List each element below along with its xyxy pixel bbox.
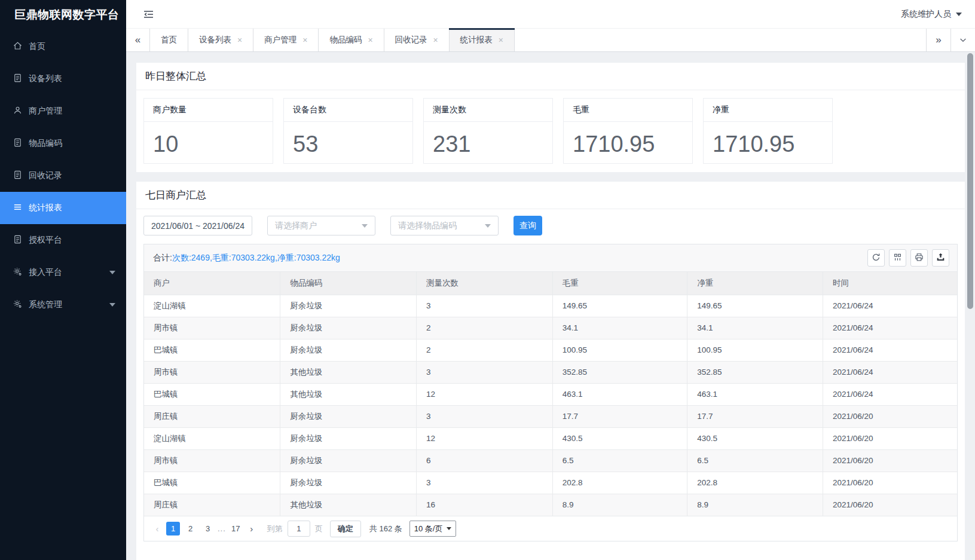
sidebar-item-statistics-active[interactable]: 统计报表 xyxy=(0,192,126,224)
cell-merchant: 淀山湖镇 xyxy=(144,427,280,449)
cell-net: 6.5 xyxy=(687,449,823,472)
select-placeholder: 请选择物品编码 xyxy=(398,221,457,231)
sidebar-item-label: 物品编码 xyxy=(29,138,62,149)
cell-gross: 17.7 xyxy=(552,405,687,427)
cell-merchant: 周市镇 xyxy=(144,449,280,472)
cell-gross: 100.95 xyxy=(552,339,687,361)
table-row: 周庄镇其他垃圾168.98.92021/06/20 xyxy=(144,494,957,516)
toolbar-buttons xyxy=(867,249,949,267)
stat-card-measure-count: 测量次数 231 xyxy=(423,98,553,164)
column-header-gross: 毛重 xyxy=(552,272,687,295)
cell-merchant: 周市镇 xyxy=(144,361,280,383)
page-button-1[interactable]: 1 xyxy=(166,522,180,535)
next-page-button[interactable]: › xyxy=(244,524,259,534)
close-icon[interactable]: × xyxy=(302,36,307,44)
pagination-bar: ‹ 1 2 3 ... 17 › 到第 页 确定 共 162 条 10 条/页 xyxy=(144,516,957,541)
close-icon[interactable]: × xyxy=(237,36,242,44)
tab-statistics-active[interactable]: 统计报表 × xyxy=(450,29,515,51)
print-button[interactable] xyxy=(910,249,928,267)
refresh-button[interactable] xyxy=(867,249,885,267)
summary-detail: 次数:2469,毛重:70303.22kg,净重:70303.22kg xyxy=(172,253,340,264)
confirm-button[interactable]: 确定 xyxy=(330,521,361,537)
stat-card-device-count: 设备台数 53 xyxy=(283,98,413,164)
tab-item-codes[interactable]: 物品编码 × xyxy=(319,29,384,51)
tab-device-list[interactable]: 设备列表 × xyxy=(188,29,253,51)
page-button-3[interactable]: 3 xyxy=(201,522,215,535)
stat-card-gross-weight: 毛重 1710.95 xyxy=(563,98,693,164)
table-row: 周市镇其他垃圾3352.85352.852021/06/24 xyxy=(144,361,957,383)
menu-fold-icon[interactable] xyxy=(143,10,154,19)
list-icon xyxy=(13,203,22,213)
user-dropdown[interactable]: 系统维护人员 xyxy=(901,9,962,20)
sidebar-item-recycle-records[interactable]: 回收记录 xyxy=(0,160,126,192)
cell-item: 厨余垃圾 xyxy=(280,339,417,361)
export-button[interactable] xyxy=(932,249,949,267)
cell-gross: 430.5 xyxy=(552,427,687,449)
sidebar-item-auth-platform[interactable]: 授权平台 xyxy=(0,224,126,256)
tab-bar-right-controls: » xyxy=(926,29,975,51)
cell-gross: 463.1 xyxy=(552,383,687,405)
scrollbar-thumb[interactable] xyxy=(967,53,973,309)
app-logo: 巨鼎物联网数字平台 xyxy=(0,0,126,29)
sidebar-item-home[interactable]: 首页 xyxy=(0,30,126,63)
sidebar: 巨鼎物联网数字平台 首页 设备列表 商户管理 物品编码 回收记录 xyxy=(0,0,126,560)
page-button-17[interactable]: 17 xyxy=(229,522,243,535)
user-icon xyxy=(13,106,22,117)
sidebar-item-device-list[interactable]: 设备列表 xyxy=(0,63,126,95)
stat-cards: 商户数量 10 设备台数 53 测量次数 231 毛重 1710.95 xyxy=(136,90,965,172)
table-toolbar: 合计: 次数:2469,毛重:70303.22kg,净重:70303.22kg xyxy=(144,244,957,272)
document-icon xyxy=(13,74,22,84)
columns-settings-button[interactable] xyxy=(889,249,906,267)
caret-down-icon xyxy=(109,303,115,307)
cell-net: 17.7 xyxy=(687,405,823,427)
merchant-report-panel: 七日商户汇总 请选择商户 请选择物品编码 查询 合计: xyxy=(136,182,965,560)
stat-value: 10 xyxy=(144,122,273,167)
cell-date: 2021/06/24 xyxy=(823,361,957,383)
cell-date: 2021/06/20 xyxy=(823,405,957,427)
caret-down-icon xyxy=(362,224,368,228)
tabs-scroll-right-button[interactable]: » xyxy=(926,29,950,51)
table-row: 巴城镇厨余垃圾3202.8202.82021/06/20 xyxy=(144,472,957,494)
caret-down-icon xyxy=(109,271,115,274)
goto-page-input[interactable] xyxy=(288,521,310,537)
date-range-input[interactable] xyxy=(143,216,252,235)
merchant-select[interactable]: 请选择商户 xyxy=(267,216,375,235)
cell-item: 厨余垃圾 xyxy=(280,472,417,494)
cell-date: 2021/06/24 xyxy=(823,383,957,405)
tab-merchants[interactable]: 商户管理 × xyxy=(253,29,319,51)
tabs-menu-button[interactable] xyxy=(950,29,975,51)
cell-gross: 6.5 xyxy=(552,449,687,472)
close-icon[interactable]: × xyxy=(433,36,438,44)
tab-label: 回收记录 xyxy=(395,35,427,45)
column-header-net: 净重 xyxy=(687,272,823,295)
tab-recycle-records[interactable]: 回收记录 × xyxy=(384,29,450,51)
table-row: 淀山湖镇厨余垃圾3149.65149.652021/06/24 xyxy=(144,295,957,317)
tab-label: 首页 xyxy=(161,35,177,45)
stat-value: 231 xyxy=(424,122,552,167)
tab-label: 商户管理 xyxy=(264,35,297,45)
stat-value: 1710.95 xyxy=(704,122,832,167)
page-button-2[interactable]: 2 xyxy=(184,522,197,535)
page-size-select[interactable]: 10 条/页 xyxy=(409,521,457,537)
stat-label: 净重 xyxy=(704,99,832,122)
search-button[interactable]: 查询 xyxy=(514,216,542,235)
sidebar-item-label: 回收记录 xyxy=(29,170,62,181)
cell-item: 厨余垃圾 xyxy=(280,405,417,427)
tab-label: 设备列表 xyxy=(199,35,231,45)
tab-home[interactable]: 首页 xyxy=(150,29,188,51)
sidebar-item-system-management[interactable]: 系统管理 xyxy=(0,289,126,321)
close-icon[interactable]: × xyxy=(499,36,503,44)
item-code-select[interactable]: 请选择物品编码 xyxy=(390,216,499,235)
close-icon[interactable]: × xyxy=(368,36,372,44)
table-row: 周市镇厨余垃圾66.56.52021/06/20 xyxy=(144,449,957,472)
table-row: 周庄镇厨余垃圾317.717.72021/06/20 xyxy=(144,405,957,427)
sidebar-item-access-platform[interactable]: 接入平台 xyxy=(0,256,126,289)
cell-item: 厨余垃圾 xyxy=(280,317,417,339)
sidebar-item-item-codes[interactable]: 物品编码 xyxy=(0,127,126,160)
prev-page-button[interactable]: ‹ xyxy=(150,524,164,534)
tabs-scroll-left-button[interactable]: « xyxy=(126,29,150,51)
stat-label: 设备台数 xyxy=(284,99,412,122)
printer-icon xyxy=(915,253,924,264)
gear-icon xyxy=(13,267,22,278)
sidebar-item-merchants[interactable]: 商户管理 xyxy=(0,95,126,127)
